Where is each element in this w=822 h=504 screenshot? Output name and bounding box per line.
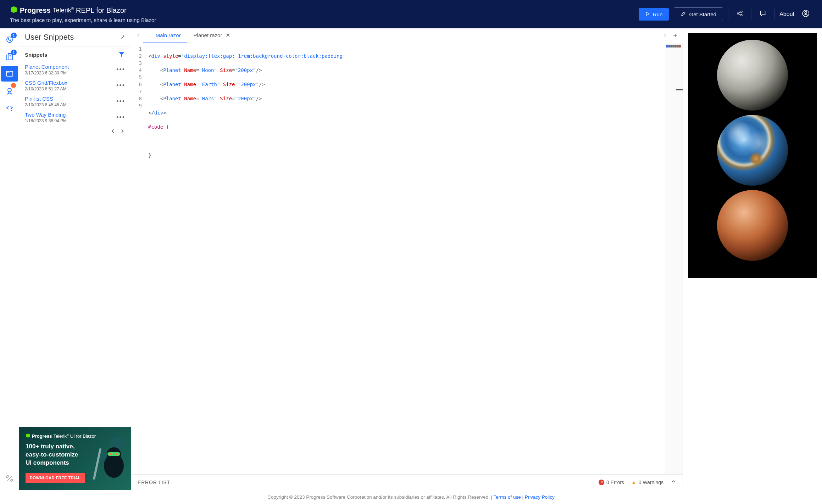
play-icon bbox=[645, 11, 650, 17]
planet-moon bbox=[717, 40, 788, 111]
preview-frame bbox=[688, 33, 817, 278]
warning-icon: ▲ bbox=[631, 479, 637, 485]
rail-embed[interactable] bbox=[1, 100, 18, 116]
share-button[interactable] bbox=[733, 8, 746, 21]
pager-next[interactable] bbox=[120, 128, 125, 136]
promo-banner: Progress Telerik® UI for Blazor 100+ tru… bbox=[19, 427, 131, 490]
panel-title: User Snippets bbox=[25, 33, 74, 42]
svg-point-7 bbox=[9, 40, 11, 41]
about-link[interactable]: About bbox=[779, 11, 794, 17]
warnings-count[interactable]: ▲ 0 Warnings bbox=[631, 479, 663, 485]
more-icon[interactable]: ••• bbox=[116, 82, 125, 89]
share-icon bbox=[736, 10, 743, 19]
svg-point-11 bbox=[10, 72, 10, 73]
brand-suffix: REPL for Blazor bbox=[76, 6, 127, 15]
svg-point-12 bbox=[8, 88, 11, 92]
divider bbox=[751, 9, 751, 19]
error-list-title: ERROR LIST bbox=[138, 480, 591, 485]
copyright: Copyright © 2023 Progress Software Corpo… bbox=[267, 494, 493, 500]
errors-count[interactable]: ✕ 0 Errors bbox=[599, 480, 624, 485]
tagline: The best place to play, experiment, shar… bbox=[10, 17, 639, 23]
svg-point-6 bbox=[8, 38, 9, 40]
ninja-illustration bbox=[89, 437, 128, 487]
divider bbox=[728, 9, 728, 19]
tab-scroll-left[interactable] bbox=[133, 31, 143, 41]
feedback-icon bbox=[759, 10, 766, 19]
tab-bar: __Main.razor Planet.razor ✕ + bbox=[131, 28, 683, 43]
more-icon[interactable]: ••• bbox=[116, 114, 125, 121]
terms-link[interactable]: Terms of use bbox=[493, 494, 521, 500]
brand: Progress Telerik® REPL for Blazor The be… bbox=[10, 6, 639, 23]
divider bbox=[774, 9, 774, 19]
snippet-list: Planet Component 3/17/2023 6:32:30 PM ••… bbox=[19, 62, 131, 427]
fold-marker[interactable] bbox=[676, 89, 683, 90]
side-panel: User Snippets Snippets Planet Component … bbox=[19, 28, 131, 490]
more-icon[interactable]: ••• bbox=[116, 98, 125, 105]
code-content[interactable]: <div style="display:flex;gap: 1rem;backg… bbox=[145, 43, 665, 474]
brand-telerik: Telerik® bbox=[53, 7, 74, 14]
error-icon: ✕ bbox=[599, 480, 604, 485]
snippet-item[interactable]: Pin-list CSS 2/10/2023 8:45:45 AM ••• bbox=[19, 94, 131, 110]
rail-nuget[interactable]: 1 bbox=[1, 32, 18, 47]
editor-area: __Main.razor Planet.razor ✕ + 1 2 3 4 bbox=[131, 28, 683, 490]
add-tab-button[interactable]: + bbox=[670, 32, 681, 40]
snippet-date: 2/10/2023 8:51:27 AM bbox=[25, 86, 67, 91]
snippet-name: Planet Component bbox=[25, 64, 69, 70]
svg-point-5 bbox=[7, 37, 12, 43]
rail-settings[interactable] bbox=[1, 471, 18, 486]
pin-icon[interactable] bbox=[120, 34, 125, 41]
svg-rect-17 bbox=[107, 452, 120, 456]
more-icon[interactable]: ••• bbox=[116, 66, 125, 73]
snippet-name: Pin-list CSS bbox=[25, 96, 66, 102]
chevron-up-icon[interactable] bbox=[671, 479, 676, 486]
notification-badge bbox=[11, 83, 16, 88]
footer: Copyright © 2023 Progress Software Corpo… bbox=[0, 490, 822, 504]
header: Progress Telerik® REPL for Blazor The be… bbox=[0, 0, 822, 28]
preview-pane bbox=[683, 28, 822, 490]
pager-prev[interactable] bbox=[110, 128, 116, 136]
progress-logo-icon bbox=[10, 6, 18, 16]
snippet-date: 3/17/2023 6:32:30 PM bbox=[25, 71, 69, 75]
tab-main-razor[interactable]: __Main.razor bbox=[143, 28, 187, 43]
minimap[interactable] bbox=[665, 43, 683, 474]
feedback-button[interactable] bbox=[756, 8, 769, 21]
svg-point-19 bbox=[116, 453, 118, 455]
snippet-date: 1/18/2023 9:38:04 PM bbox=[25, 118, 67, 123]
progress-logo-icon bbox=[26, 433, 30, 439]
snippet-name: CSS Grid/Flexbox bbox=[25, 80, 67, 86]
svg-point-18 bbox=[110, 453, 112, 455]
rail-snippets[interactable] bbox=[1, 66, 18, 82]
svg-point-4 bbox=[805, 11, 807, 13]
brand-progress: Progress bbox=[20, 6, 51, 15]
rail-files[interactable]: 1 bbox=[1, 49, 18, 65]
snippet-item[interactable]: Two Way Binding 1/18/2023 9:38:04 PM ••• bbox=[19, 110, 131, 125]
snippet-item[interactable]: Planet Component 3/17/2023 6:32:30 PM ••… bbox=[19, 62, 131, 78]
user-icon bbox=[802, 10, 810, 19]
svg-rect-20 bbox=[93, 448, 102, 480]
privacy-link[interactable]: Privacy Policy bbox=[525, 494, 555, 500]
tab-planet-razor[interactable]: Planet.razor ✕ bbox=[187, 28, 237, 43]
line-gutter: 1 2 3 4 5 6 7 8 9 bbox=[131, 43, 145, 474]
svg-point-10 bbox=[9, 72, 9, 73]
snippet-date: 2/10/2023 8:45:45 AM bbox=[25, 102, 66, 107]
snippet-item[interactable]: CSS Grid/Flexbox 2/10/2023 8:51:27 AM ••… bbox=[19, 78, 131, 94]
svg-point-9 bbox=[7, 72, 8, 73]
rail-achievements[interactable] bbox=[1, 83, 18, 99]
user-button[interactable] bbox=[799, 8, 812, 21]
run-button[interactable]: Run bbox=[639, 8, 669, 21]
icon-rail: 1 1 bbox=[0, 28, 19, 490]
planet-earth bbox=[717, 115, 788, 186]
download-trial-button[interactable]: DOWNLOAD FREE TRIAL bbox=[26, 473, 85, 483]
panel-subtitle: Snippets bbox=[25, 52, 47, 58]
tab-scroll-right[interactable] bbox=[660, 31, 670, 41]
snippet-name: Two Way Binding bbox=[25, 112, 67, 118]
close-icon[interactable]: ✕ bbox=[226, 32, 230, 39]
badge: 1 bbox=[11, 33, 17, 38]
error-list-bar: ERROR LIST ✕ 0 Errors ▲ 0 Warnings bbox=[131, 474, 683, 490]
get-started-button[interactable]: Get Started bbox=[674, 7, 723, 21]
svg-rect-8 bbox=[6, 71, 13, 76]
filter-icon[interactable] bbox=[118, 51, 125, 59]
planet-mars bbox=[717, 190, 788, 261]
badge: 1 bbox=[11, 50, 17, 55]
code-editor[interactable]: 1 2 3 4 5 6 7 8 9 <div style="display:fl… bbox=[131, 43, 683, 474]
